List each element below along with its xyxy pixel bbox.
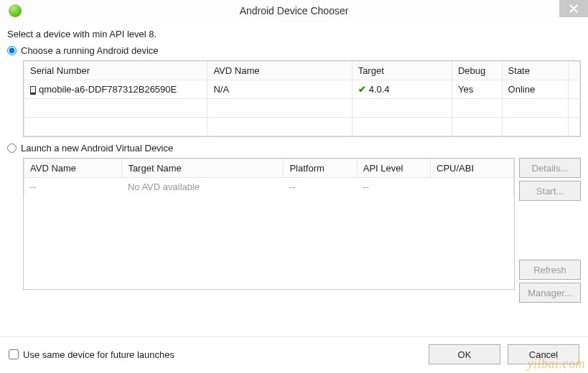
details-button[interactable]: Details... — [519, 158, 581, 178]
radio-launch-avd[interactable]: Launch a new Android Virtual Device — [7, 143, 581, 154]
col-platform[interactable]: Platform — [284, 159, 357, 178]
radio-choose-running[interactable]: Choose a running Android device — [7, 45, 581, 56]
radio-choose-running-input[interactable] — [7, 46, 17, 55]
phone-icon — [30, 86, 36, 95]
ok-button[interactable]: OK — [429, 344, 500, 364]
cell-cpu — [431, 178, 514, 197]
close-button[interactable] — [559, 0, 588, 17]
table-row: -- No AVD available -- -- — [24, 178, 514, 197]
refresh-button[interactable]: Refresh — [519, 260, 581, 280]
close-icon — [569, 4, 578, 13]
start-button[interactable]: Start... — [519, 181, 581, 201]
col-avdname[interactable]: AVD Name — [24, 159, 122, 178]
subtitle: Select a device with min API level 8. — [7, 29, 581, 39]
col-avd[interactable]: AVD Name — [207, 62, 352, 80]
radio-launch-avd-label: Launch a new Android Virtual Device — [21, 143, 173, 154]
cancel-button[interactable]: Cancel — [508, 344, 579, 364]
col-debug[interactable]: Debug — [452, 62, 502, 80]
cell-target: 4.0.4 — [369, 84, 390, 95]
remember-checkbox-input[interactable] — [9, 349, 19, 359]
cell-debug: Yes — [452, 80, 502, 99]
check-icon: ✔ — [358, 84, 366, 95]
cell-avd: N/A — [207, 80, 352, 99]
avd-table: AVD Name Target Name Platform API Level … — [23, 158, 515, 290]
cell-targetname: No AVD available — [122, 178, 284, 197]
manager-button[interactable]: Manager... — [519, 283, 581, 303]
radio-launch-avd-input[interactable] — [7, 143, 17, 153]
remember-checkbox[interactable]: Use same device for future launches — [9, 349, 174, 360]
col-spare — [569, 62, 580, 80]
cell-avdname: -- — [24, 178, 122, 197]
cell-state: Online — [502, 80, 569, 99]
avd-buttons: Details... Start... Refresh Manager... — [519, 158, 581, 303]
table-row — [24, 118, 580, 136]
table-row[interactable]: qmobile-a6-DDF787312B26590E N/A ✔4.0.4 Y… — [24, 80, 580, 99]
col-targetname[interactable]: Target Name — [122, 159, 284, 178]
running-devices-table: Serial Number AVD Name Target Debug Stat… — [23, 60, 581, 137]
android-icon — [9, 4, 22, 17]
cell-apilevel: -- — [357, 178, 430, 197]
col-state[interactable]: State — [502, 62, 569, 80]
cell-serial: qmobile-a6-DDF787312B26590E — [39, 84, 177, 95]
radio-choose-running-label: Choose a running Android device — [21, 45, 159, 56]
table-row — [24, 99, 580, 118]
window-title: Android Device Chooser — [0, 5, 588, 16]
col-apilevel[interactable]: API Level — [357, 159, 430, 178]
remember-checkbox-label: Use same device for future launches — [23, 349, 174, 360]
cell-platform: -- — [284, 178, 357, 197]
col-serial[interactable]: Serial Number — [24, 62, 207, 80]
col-target[interactable]: Target — [352, 62, 452, 80]
titlebar: Android Device Chooser — [0, 0, 588, 22]
col-cpu[interactable]: CPU/ABI — [431, 159, 514, 178]
footer: Use same device for future launches OK C… — [0, 336, 588, 373]
